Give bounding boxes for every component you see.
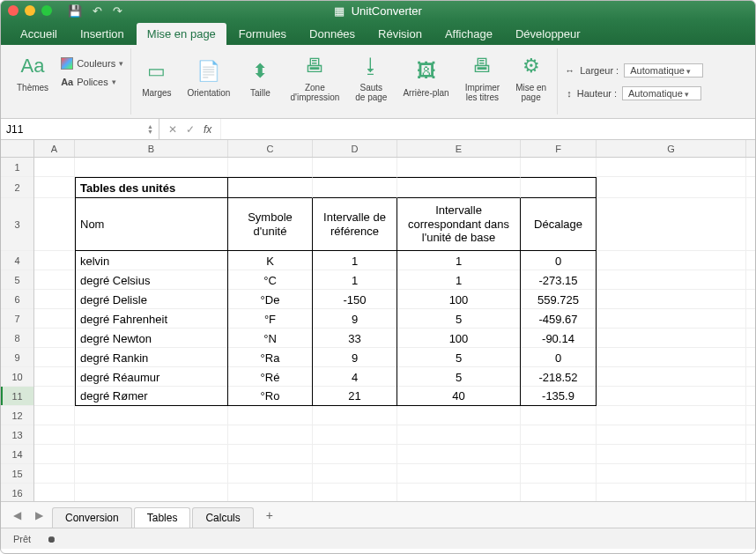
width-dropdown[interactable]: Automatique (624, 63, 703, 78)
cell-B10[interactable]: degré Réaumur (75, 367, 228, 387)
cell-A7[interactable] (34, 309, 75, 329)
cell-B8[interactable]: degré Newton (75, 329, 228, 348)
undo-icon[interactable]: ↶ (93, 4, 102, 18)
cell-A14[interactable] (34, 445, 75, 464)
cell-D15[interactable] (313, 464, 397, 484)
row-header-12[interactable]: 12 (1, 406, 33, 425)
cell-E2[interactable] (397, 177, 521, 198)
fx-icon[interactable]: fx (204, 123, 211, 136)
sheet-nav-next[interactable]: ▶ (30, 509, 48, 521)
row-header-15[interactable]: 15 (1, 464, 33, 484)
cell-C3[interactable]: Symbole d'unité (228, 198, 313, 251)
cell-D16[interactable] (313, 484, 397, 501)
cell-A1[interactable] (34, 158, 75, 177)
colors-dropdown[interactable]: Couleurs (61, 55, 123, 71)
cell-F13[interactable] (521, 425, 597, 445)
row-header-5[interactable]: 5 (1, 270, 33, 290)
cell-E5[interactable]: 1 (397, 270, 521, 290)
cell-B1[interactable] (75, 158, 228, 177)
select-all-corner[interactable] (1, 140, 34, 158)
col-header-B[interactable]: B (75, 140, 228, 157)
ribbon-tab-formules[interactable]: Formules (228, 23, 297, 45)
cell-E10[interactable]: 5 (397, 367, 521, 387)
cell-E1[interactable] (397, 158, 521, 177)
cell-E16[interactable] (397, 484, 521, 501)
cell-A15[interactable] (34, 464, 75, 484)
cell-A4[interactable] (34, 251, 75, 270)
column-headers[interactable]: ABCDEFG (34, 140, 755, 158)
row-header-14[interactable]: 14 (1, 445, 33, 464)
cell-G10[interactable] (597, 367, 746, 387)
cell-C16[interactable] (228, 484, 313, 501)
background-button[interactable]: 🖼Arrière-plan (399, 55, 452, 100)
cell-E9[interactable]: 5 (397, 348, 521, 367)
size-button[interactable]: ⬍Taille (242, 55, 278, 100)
cell-C7[interactable]: °F (228, 309, 313, 329)
orientation-button[interactable]: 📄Orientation (184, 55, 234, 100)
cell-D2[interactable] (313, 177, 397, 198)
row-header-8[interactable]: 8 (1, 329, 33, 348)
redo-icon[interactable]: ↷ (113, 4, 122, 18)
cell-F5[interactable]: -273.15 (521, 270, 597, 290)
row-header-2[interactable]: 2 (1, 177, 33, 198)
cell-B6[interactable]: degré Delisle (75, 290, 228, 309)
row-header-10[interactable]: 10 (1, 367, 33, 387)
col-header-D[interactable]: D (313, 140, 397, 157)
cell-C6[interactable]: °De (228, 290, 313, 309)
ribbon-tab-mise-en-page[interactable]: Mise en page (137, 23, 226, 45)
fonts-dropdown[interactable]: Aa Polices (61, 75, 123, 89)
cell-D6[interactable]: -150 (313, 290, 397, 309)
add-sheet-button[interactable]: + (257, 506, 282, 524)
cell-G4[interactable] (597, 251, 746, 270)
cell-F8[interactable]: -90.14 (521, 329, 597, 348)
row-header-16[interactable]: 16 (1, 484, 33, 501)
cell-B16[interactable] (75, 484, 228, 501)
print-titles-button[interactable]: 🖶Imprimer les titres (462, 50, 503, 104)
ribbon-tab-données[interactable]: Données (299, 23, 366, 45)
cell-F12[interactable] (521, 406, 597, 425)
cell-D12[interactable] (313, 406, 397, 425)
cell-G13[interactable] (597, 425, 746, 445)
row-header-11[interactable]: 11 (1, 387, 33, 406)
cell-C5[interactable]: °C (228, 270, 313, 290)
cell-F7[interactable]: -459.67 (521, 309, 597, 329)
cell-D1[interactable] (313, 158, 397, 177)
cell-F4[interactable]: 0 (521, 251, 597, 270)
cell-C1[interactable] (228, 158, 313, 177)
cell-A3[interactable] (34, 198, 75, 251)
cell-F14[interactable] (521, 445, 597, 464)
cell-F10[interactable]: -218.52 (521, 367, 597, 387)
row-header-4[interactable]: 4 (1, 251, 33, 270)
name-box[interactable]: J11 ▲▼ (1, 119, 159, 139)
sheet-tab-calculs[interactable]: Calculs (192, 507, 253, 528)
confirm-icon[interactable]: ✓ (186, 123, 195, 136)
ribbon-tab-révision[interactable]: Révision (367, 23, 433, 45)
cell-G2[interactable] (597, 177, 746, 198)
cell-G5[interactable] (597, 270, 746, 290)
cell-B4[interactable]: kelvin (75, 251, 228, 270)
namebox-stepper-icon[interactable]: ▲▼ (147, 124, 153, 135)
cell-B9[interactable]: degré Rankin (75, 348, 228, 367)
cell-C15[interactable] (228, 464, 313, 484)
cell-A6[interactable] (34, 290, 75, 309)
cell-F1[interactable] (521, 158, 597, 177)
maximize-icon[interactable] (41, 5, 52, 16)
cell-A9[interactable] (34, 348, 75, 367)
sheet-tab-tables[interactable]: Tables (134, 507, 191, 528)
row-header-1[interactable]: 1 (1, 158, 33, 177)
row-header-6[interactable]: 6 (1, 290, 33, 309)
formula-input[interactable] (221, 119, 755, 139)
cell-G16[interactable] (597, 484, 746, 501)
breaks-button[interactable]: ⭳Sauts de page (352, 50, 390, 104)
cell-E13[interactable] (397, 425, 521, 445)
cell-B2[interactable]: Tables des unités (75, 177, 228, 198)
save-icon[interactable]: 💾 (68, 4, 82, 18)
cell-A8[interactable] (34, 329, 75, 348)
cell-F15[interactable] (521, 464, 597, 484)
cell-E8[interactable]: 100 (397, 329, 521, 348)
ribbon-tab-accueil[interactable]: Accueil (10, 23, 68, 45)
cell-F3[interactable]: Décalage (521, 198, 597, 251)
cell-B15[interactable] (75, 464, 228, 484)
cells-area[interactable]: Tables des unitésNomSymbole d'unitéInter… (34, 158, 755, 501)
cell-B3[interactable]: Nom (75, 198, 228, 251)
